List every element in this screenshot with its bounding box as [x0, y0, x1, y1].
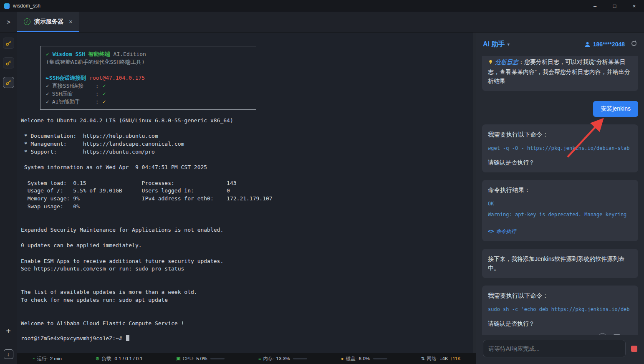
command-actions: × ▶ [488, 332, 632, 335]
ai-message-input[interactable] [483, 340, 626, 357]
terminal-scrollbar[interactable] [473, 33, 476, 353]
check-icon: ✓ [46, 83, 49, 89]
download-button[interactable]: ↓ [4, 349, 13, 359]
check-icon: ✓ [46, 51, 49, 57]
check-icon: ✓ [103, 99, 106, 105]
open-terminal-button[interactable] [613, 334, 621, 335]
terminal-output: Welcome to Ubuntu 24.04.2 LTS (GNU/Linux… [21, 117, 476, 328]
check-icon: ✓ [46, 91, 49, 97]
command-code: sudo sh -c 'echo deb https://pkg.jenkins… [488, 305, 632, 314]
ssh-banner: ✓ Wisdom SSH 智能终端 AI.Edition (集成智能AI助手的现… [40, 46, 256, 110]
close-button[interactable]: × [624, 0, 644, 12]
banner-feature-row: ✓直接SSH连接:✓ [46, 82, 250, 90]
connection-target: root@47.104.0.175 [89, 75, 145, 81]
app-icon [4, 3, 10, 9]
network-icon: ⇅ [421, 356, 424, 361]
followup-text: 接下来，我将添加Jenkins软件源到系统的软件源列表中。 [488, 254, 632, 273]
window-controls: – □ × [585, 0, 644, 12]
titlebar: wisdom_ssh – □ × [0, 0, 644, 12]
ai-message-followup: 接下来，我将添加Jenkins软件源到系统的软件源列表中。 [482, 249, 638, 278]
command-request-title: 我需要执行以下命令： [488, 130, 632, 139]
status-disk: ● 磁盘: 6.0% [341, 356, 387, 362]
banner-connection-line: ►SSH会话连接到 root@47.104.0.175 [46, 74, 250, 82]
chevron-right-icon: > [7, 18, 10, 25]
tip-heading[interactable]: 分析日志 [495, 58, 518, 65]
maximize-button[interactable]: □ [605, 0, 624, 12]
command-executed-link[interactable]: <> 命令执行 [488, 227, 632, 236]
ai-input-area [476, 335, 644, 364]
lightbulb-icon [488, 58, 493, 67]
network-down-value: ↓4K [440, 356, 448, 361]
ai-panel-title: AI 助手 [483, 40, 505, 49]
cancel-command-button[interactable]: × [599, 333, 606, 335]
user-icon [584, 41, 591, 48]
connected-check-icon: ✓ [24, 18, 30, 25]
confirm-prompt: 请确认是否执行？ [488, 158, 632, 167]
disk-icon: ● [341, 356, 344, 361]
ai-header: AI 助手 ▾ 186****2048 [476, 33, 644, 56]
account-number: 186****2048 [593, 41, 625, 48]
add-session-button[interactable]: + [6, 327, 11, 335]
banner-feature-row: ✓SSH压缩:✓ [46, 90, 250, 98]
check-icon: ✓ [46, 99, 49, 105]
tab-demo-server[interactable]: ✓ 演示服务器 × [17, 12, 79, 32]
key-icon [5, 40, 12, 46]
ai-message-tip: 分析日志：您要分析日志，可以对我说“分析某某日志，查看某某内容”，我会帮您分析日… [482, 56, 638, 91]
banner-brand-line: ✓ Wisdom SSH 智能终端 AI.Edition [46, 50, 250, 58]
ai-command-request-2: 我需要执行以下命令： sudo sh -c 'echo deb https://… [482, 286, 638, 335]
network-up-value: ↑11K [450, 356, 461, 361]
key-icon [5, 79, 12, 86]
ai-command-result: 命令执行结果： OK Warning: apt-key is deprecate… [482, 180, 638, 241]
check-icon: ✓ [103, 91, 106, 97]
session-icon-2[interactable] [3, 57, 14, 68]
sidebar-toggle[interactable]: > [0, 12, 17, 32]
status-memory: ≡ 内存: 13.3% [258, 356, 307, 362]
terminal-cursor [126, 335, 129, 341]
arrow-right-icon: ► [46, 75, 49, 81]
command-request-title: 我需要执行以下命令： [488, 291, 632, 300]
command-code: wget -q -O - https://pkg.jenkins.io/debi… [488, 144, 632, 153]
terminal[interactable]: ✓ Wisdom SSH 智能终端 AI.Edition (集成智能AI助手的现… [17, 33, 476, 353]
disk-usage-bar [373, 358, 387, 359]
window-title: wisdom_ssh [13, 3, 40, 9]
clock-icon: ◔ [32, 356, 35, 361]
run-command-button[interactable]: ▶ [627, 332, 632, 335]
tab-label: 演示服务器 [34, 18, 63, 25]
install-jenkins-button[interactable]: 安装jenkins [593, 101, 638, 117]
confirm-prompt: 请确认是否执行？ [488, 319, 632, 328]
statusbar: ◔ 运行: 2 min ⚙ 负载: 0.1 / 0.1 / 0.1 ▣ CPU:… [17, 353, 476, 364]
tab-close-icon[interactable]: × [69, 18, 73, 25]
minimize-button[interactable]: – [585, 0, 605, 12]
tabbar: > ✓ 演示服务器 × [0, 12, 644, 33]
result-line: OK [488, 199, 632, 208]
session-sidebar: + ↓ [0, 33, 17, 364]
session-icon-1[interactable] [3, 38, 14, 49]
refresh-icon [631, 40, 637, 47]
ai-assistant-panel: AI 助手 ▾ 186****2048 分析日志：您要分析日志，可以对我说“分析… [476, 33, 644, 364]
memory-icon: ≡ [258, 356, 261, 361]
chevron-down-icon: ▾ [507, 42, 510, 47]
command-result-title: 命令执行结果： [488, 185, 632, 195]
cpu-usage-bar [210, 358, 225, 359]
gear-icon: ⚙ [96, 356, 100, 361]
ai-assistant-menu[interactable]: AI 助手 ▾ [483, 40, 510, 49]
result-line: Warning: apt-key is deprecated. Manage k… [488, 210, 632, 219]
terminal-prompt-line: root@iZm5e4x9pxcymvmhj9co1eZ:~# [21, 335, 476, 341]
status-load: ⚙ 负载: 0.1 / 0.1 / 0.1 [96, 356, 143, 362]
cpu-icon: ▣ [176, 356, 180, 361]
status-uptime: ◔ 运行: 2 min [32, 356, 62, 362]
ai-command-request-1: 我需要执行以下命令： wget -q -O - https://pkg.jenk… [482, 124, 638, 172]
refresh-button[interactable] [631, 40, 637, 48]
banner-feature-row: ✓AI智能助手:✓ [46, 98, 250, 106]
ai-conversation: 分析日志：您要分析日志，可以对我说“分析某某日志，查看某某内容”，我会帮您分析日… [476, 56, 644, 335]
terminal-prompt: root@iZm5e4x9pxcymvmhj9co1eZ:~# [21, 335, 122, 341]
status-cpu: ▣ CPU: 5.0% [176, 356, 225, 361]
status-network: ⇅ 网络: ↓4K ↑11K [421, 356, 461, 362]
stop-generation-button[interactable] [631, 346, 637, 352]
banner-subtitle: (集成智能AI助手的现代化SSH终端工具) [46, 58, 250, 66]
code-icon: <> [488, 227, 494, 236]
account-badge[interactable]: 186****2048 [584, 41, 625, 48]
session-icon-3-active[interactable] [3, 77, 14, 88]
key-icon [5, 60, 12, 66]
close-icon: × [601, 332, 604, 335]
